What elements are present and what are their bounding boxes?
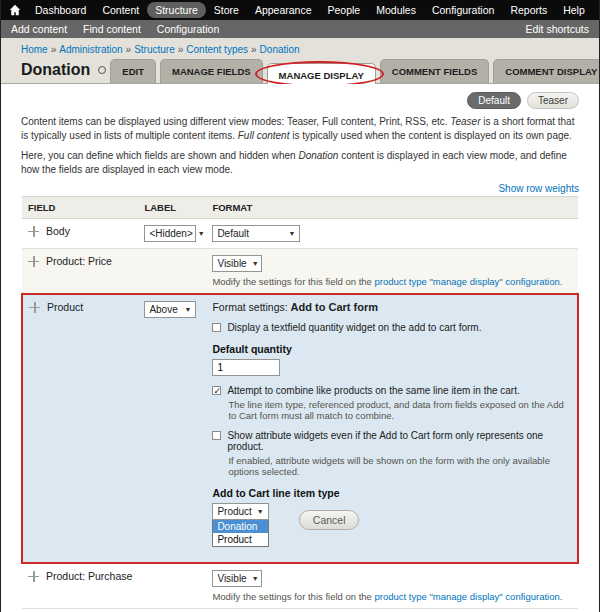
helper-text: Modify the settings for this field on th… — [212, 591, 572, 602]
helper-text: Modify the settings for this field on th… — [212, 276, 572, 287]
table-row-body: Body <Hidden>▼ Default▼ — [22, 219, 578, 249]
combine-help-text: The line item type, referenced product, … — [228, 399, 571, 421]
drag-handle-icon[interactable] — [28, 256, 39, 267]
view-mode-default-button[interactable]: Default — [467, 92, 521, 109]
fields-table: FIELD LABEL FORMAT Body <Hidden>▼ Defaul… — [21, 196, 579, 612]
attribute-widgets-help-text: If enabled, attribute widgets will be sh… — [228, 455, 571, 477]
format-select-purchase[interactable]: Visible▼ — [212, 570, 262, 587]
breadcrumb-home[interactable]: Home — [21, 44, 48, 55]
admin-toolbar: Dashboard Content Structure Store Appear… — [1, 0, 599, 20]
toolbar-item-modules[interactable]: Modules — [368, 2, 424, 18]
line-item-select-wrap: Product▼ Donation Product — [212, 503, 268, 520]
shortcut-configuration[interactable]: Configuration — [157, 23, 219, 35]
breadcrumb-separator: » — [251, 44, 257, 55]
intro-text: Content items can be displayed using dif… — [21, 115, 579, 176]
drag-handle-icon[interactable] — [28, 571, 39, 582]
select-arrow-icon: ▼ — [288, 230, 295, 237]
hidden-section-label: Hidden — [22, 609, 578, 612]
quantity-widget-checkbox[interactable] — [212, 323, 221, 332]
drupal-admin-page: Dashboard Content Structure Store Appear… — [0, 0, 600, 612]
manage-display-config-link[interactable]: product type "manage display" configurat… — [375, 591, 560, 602]
contextual-links-icon[interactable] — [98, 66, 106, 74]
tab-manage-display-wrap: MANAGE DISPLAY — [263, 65, 376, 83]
breadcrumb-administration[interactable]: Administration — [59, 44, 122, 55]
default-quantity-input[interactable] — [212, 359, 280, 376]
drag-handle-icon[interactable] — [28, 226, 39, 237]
select-arrow-icon: ▼ — [257, 508, 264, 515]
field-label: Product — [47, 301, 83, 313]
breadcrumb-donation[interactable]: Donation — [260, 44, 300, 55]
toolbar-item-people[interactable]: People — [320, 2, 369, 18]
checkbox-label: Display a textfield quantity widget on t… — [227, 322, 481, 333]
intro-paragraph-2: Here, you can define which fields are sh… — [21, 149, 579, 176]
dropdown-option-product[interactable]: Product — [213, 533, 267, 546]
view-mode-teaser-button[interactable]: Teaser — [527, 92, 579, 109]
toolbar-item-dashboard[interactable]: Dashboard — [27, 2, 94, 18]
greeting-text: Hello admin — [593, 4, 600, 16]
home-icon[interactable] — [9, 3, 21, 17]
select-arrow-icon: ▼ — [252, 260, 259, 267]
field-label: Body — [46, 225, 70, 237]
edit-shortcuts-link[interactable]: Edit shortcuts — [525, 23, 589, 35]
format-settings-title: Format settings: Add to Cart form — [212, 301, 571, 313]
line-item-dropdown-list: Donation Product — [212, 520, 268, 547]
field-label: Product: Price — [46, 255, 112, 267]
line-item-type-area: Product▼ Donation Product Cancel — [212, 503, 571, 556]
view-mode-switcher: Default Teaser — [21, 92, 579, 109]
checkbox-label: Attempt to combine like products on the … — [227, 385, 519, 396]
line-item-type-label: Add to Cart line item type — [212, 487, 571, 499]
format-select-body[interactable]: Default▼ — [212, 225, 300, 242]
table-row-product-price: Product: Price Visible▼ Modify the setti… — [22, 249, 578, 295]
intro-paragraph-1: Content items can be displayed using dif… — [21, 115, 579, 142]
shortcuts-bar: Add content Find content Configuration E… — [1, 20, 599, 38]
show-row-weights-link[interactable]: Show row weights — [498, 183, 579, 194]
label-select-product[interactable]: Above▼ — [144, 301, 196, 318]
toolbar-item-structure[interactable]: Structure — [147, 2, 206, 18]
column-header-label: LABEL — [138, 197, 206, 219]
toolbar-item-content[interactable]: Content — [94, 2, 147, 18]
column-header-field: FIELD — [22, 197, 138, 219]
attribute-widgets-checkbox[interactable] — [212, 431, 221, 440]
shortcut-find-content[interactable]: Find content — [83, 23, 141, 35]
toolbar-item-store[interactable]: Store — [206, 2, 247, 18]
label-select-body[interactable]: <Hidden>▼ — [144, 225, 196, 242]
dropdown-option-donation[interactable]: Donation — [213, 520, 267, 533]
tab-bar: EDIT MANAGE FIELDS MANAGE DISPLAY COMMEN… — [106, 59, 600, 83]
quantity-widget-option: Display a textfield quantity widget on t… — [212, 322, 571, 333]
breadcrumb-structure[interactable]: Structure — [134, 44, 175, 55]
toolbar-item-configuration[interactable]: Configuration — [424, 2, 502, 18]
header-band: Home»Administration»Structure»Content ty… — [1, 38, 599, 84]
cancel-button[interactable]: Cancel — [299, 510, 360, 530]
select-arrow-icon: ▼ — [184, 306, 191, 313]
combine-option: Attempt to combine like products on the … — [212, 385, 571, 396]
tab-manage-fields[interactable]: MANAGE FIELDS — [160, 59, 263, 83]
toolbar-item-help[interactable]: Help — [555, 2, 593, 18]
main-content: Default Teaser Content items can be disp… — [1, 84, 599, 612]
tab-edit[interactable]: EDIT — [110, 59, 156, 83]
breadcrumb-separator: » — [178, 44, 184, 55]
shortcut-add-content[interactable]: Add content — [11, 23, 67, 35]
field-label: Product: Purchase — [46, 570, 132, 582]
table-row-product-purchase: Product: Purchase Visible▼ Modify the se… — [22, 563, 578, 609]
tab-comment-display[interactable]: COMMENT DISPLAY — [493, 59, 600, 83]
toolbar-item-appearance[interactable]: Appearance — [247, 2, 320, 18]
column-header-format: FORMAT — [206, 197, 578, 219]
breadcrumb-separator: » — [51, 44, 57, 55]
toolbar-item-reports[interactable]: Reports — [502, 2, 555, 18]
line-item-type-select[interactable]: Product▼ — [212, 503, 268, 520]
breadcrumb: Home»Administration»Structure»Content ty… — [21, 42, 579, 59]
table-header-row: FIELD LABEL FORMAT — [22, 197, 578, 219]
format-settings-panel: Format settings: Add to Cart form Displa… — [206, 294, 578, 563]
combine-checkbox[interactable] — [212, 386, 221, 395]
format-select-price[interactable]: Visible▼ — [212, 255, 262, 272]
select-arrow-icon: ▼ — [252, 575, 259, 582]
hidden-section-header: Hidden — [22, 609, 578, 612]
checkbox-label: Show attribute widgets even if the Add t… — [227, 430, 571, 452]
drag-handle-icon[interactable] — [29, 302, 40, 313]
manage-display-config-link[interactable]: product type "manage display" configurat… — [375, 276, 560, 287]
tab-comment-fields[interactable]: COMMENT FIELDS — [380, 59, 490, 83]
breadcrumb-separator: » — [126, 44, 132, 55]
show-row-weights: Show row weights — [21, 183, 579, 194]
breadcrumb-content-types[interactable]: Content types — [186, 44, 248, 55]
attribute-widgets-option: Show attribute widgets even if the Add t… — [212, 430, 571, 452]
